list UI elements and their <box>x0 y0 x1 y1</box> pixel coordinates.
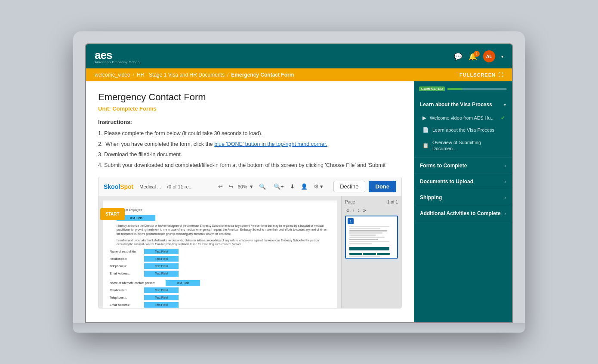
visa-section-header[interactable]: Learn about the Visa Process ▾ <box>414 97 512 112</box>
next-page-button[interactable]: › <box>357 207 361 214</box>
relationship-field-2[interactable]: Text Field <box>144 287 179 293</box>
skoolspot-toolbar: SkoolSpot Medical ... (0 of 11 re... ↩ ↪… <box>99 177 401 196</box>
zoom-out-button[interactable]: 🔍- <box>257 182 269 191</box>
doc-name: Medical ... <box>139 184 161 189</box>
breadcrumb-bar: welcome_video / HR - Stage 1 Visa and HR… <box>86 68 512 81</box>
notifications-icon[interactable]: 🔔 1 <box>469 52 477 61</box>
forms-chevron-icon: › <box>505 163 506 168</box>
avatar[interactable]: AL <box>483 50 495 62</box>
forms-section-header[interactable]: Forms to Complete › <box>414 158 512 173</box>
sidebar-section-shipping: Shipping › <box>414 190 512 205</box>
header-right: 💬 🔔 1 AL ▾ <box>454 50 503 62</box>
page-num: 1 of 1 <box>387 200 398 204</box>
doc-page: START Name of Employee Text Field I here… <box>103 201 337 308</box>
chat-icon[interactable]: 💬 <box>454 52 462 61</box>
shipping-section-title: Shipping <box>420 194 442 201</box>
download-button[interactable]: ⬇ <box>288 182 296 191</box>
prev-page-button[interactable]: ‹ <box>351 207 356 214</box>
breadcrumb-sep-1: / <box>133 72 134 78</box>
play-icon: ▶ <box>422 115 426 121</box>
alternate-contact-field[interactable]: Text Field <box>166 280 200 286</box>
page-nav-buttons: « ‹ › » <box>345 207 398 214</box>
alternate-contact-row: Name of alternate contact person: Text F… <box>110 280 330 286</box>
shipping-chevron-icon: › <box>505 195 506 200</box>
clipboard-icon: 📋 <box>422 142 429 148</box>
sidebar: COMPLETED Learn about the Visa Process ▾ <box>414 81 512 322</box>
avatar-dropdown-icon[interactable]: ▾ <box>501 54 503 59</box>
visa-section-title: Learn about the Visa Process <box>420 102 492 108</box>
docs-section-title: Documents to Upload <box>420 179 473 185</box>
page-thumbnail[interactable]: 1 <box>345 216 398 259</box>
sidebar-section-additional: Additional Activities to Complete › <box>414 206 512 221</box>
telephone-field-2[interactable]: Text Field <box>144 295 179 300</box>
visa-chevron-icon: ▾ <box>504 102 506 107</box>
telephone-row-1: Telephone #: Text Field <box>110 263 330 269</box>
sidebar-section-forms: Forms to Complete › <box>414 158 512 173</box>
relationship-field-1[interactable]: Text Field <box>144 256 179 262</box>
overview-label: Overview of Submitting Documen... <box>432 139 505 152</box>
notification-badge: 1 <box>474 51 480 57</box>
fullscreen-button[interactable]: FULLSCREEN ⛶ <box>459 72 503 77</box>
completed-check-icon: ✔ <box>501 115 505 121</box>
last-page-button[interactable]: » <box>362 207 367 214</box>
sidebar-section-documents: Documents to Upload › <box>414 174 512 189</box>
learn-visa-label: Learn about the Visa Process <box>432 127 505 133</box>
completed-badge: COMPLETED <box>419 86 445 91</box>
page-nav: Page 1 of 1 <box>345 200 398 204</box>
instruction-1: 1. Please complete the form below (it co… <box>98 129 402 139</box>
laptop-base <box>73 323 525 333</box>
additional-chevron-icon: › <box>505 211 506 216</box>
sidebar-item-welcome-video[interactable]: ▶ Welcome video from AES Hu... ✔ <box>414 112 512 124</box>
blue-link[interactable]: blue 'DONE' button in the top-right hand… <box>214 141 327 147</box>
zoom-in-button[interactable]: 🔍+ <box>272 182 286 191</box>
page-panel: Page 1 of 1 « ‹ › » 1 <box>341 196 401 308</box>
start-badge: START <box>100 208 125 220</box>
visa-section-items: ▶ Welcome video from AES Hu... ✔ 📄 Learn… <box>414 112 512 157</box>
viewer-body: START Name of Employee Text Field I here… <box>99 196 401 308</box>
done-button[interactable]: Done <box>369 181 397 192</box>
telephone-row-2: Telephone #: Text Field <box>110 295 330 300</box>
forms-section-title: Forms to Complete <box>420 163 467 169</box>
progress-label-row: COMPLETED <box>419 86 507 91</box>
unit-label: Unit: Complete Forms <box>98 105 402 112</box>
relationship-row-1: Relationship: Text Field <box>110 256 330 262</box>
page-title: Emergency Contact Form <box>98 92 402 103</box>
email-row-1: Email Address: Text Field <box>110 271 330 276</box>
sidebar-item-learn-visa[interactable]: 📄 Learn about the Visa Process <box>414 124 512 136</box>
additional-section-header[interactable]: Additional Activities to Complete › <box>414 206 512 221</box>
instruction-2: 2. When you have completed the form, cli… <box>98 139 402 149</box>
breadcrumb-stage[interactable]: HR - Stage 1 Visa and HR Documents <box>137 72 225 78</box>
shipping-section-header[interactable]: Shipping › <box>414 190 512 205</box>
zoom-dropdown[interactable]: ▾ <box>248 182 255 191</box>
relationship-row-2: Relationship: Text Field <box>110 287 330 293</box>
email-field-2[interactable]: Text Field <box>144 302 179 308</box>
welcome-video-label: Welcome video from AES Hu... <box>430 115 497 121</box>
additional-section-title: Additional Activities to Complete <box>420 210 501 216</box>
zoom-display: 60% ▾ <box>238 182 255 191</box>
toolbar-controls: ↩ ↪ 60% ▾ 🔍- 🔍+ ⬇ 👤 ⚙ ▾ <box>216 182 325 191</box>
person-icon[interactable]: 👤 <box>299 182 309 191</box>
next-of-kin-row: Name of next of kin: Text Field <box>110 249 330 254</box>
instructions-list: 1. Please complete the form below (it co… <box>98 129 402 170</box>
logo-subtitle: American Embassy School <box>95 60 141 64</box>
instruction-3: 3. Download the filled-in document. <box>98 150 402 160</box>
next-of-kin-field[interactable]: Text Field <box>144 249 179 254</box>
fullscreen-icon: ⛶ <box>498 72 503 77</box>
sidebar-item-overview[interactable]: 📋 Overview of Submitting Documen... <box>414 136 512 155</box>
instruction-4: 4. Submit your downloaded and completed/… <box>98 160 402 170</box>
first-page-button[interactable]: « <box>345 207 351 214</box>
doc-icon: 📄 <box>422 127 429 133</box>
breadcrumb-sep-2: / <box>227 72 228 78</box>
undo-button[interactable]: ↩ <box>216 182 225 191</box>
breadcrumb-units[interactable]: welcome_video <box>95 72 130 78</box>
doc-text-block-2: I confirm and undertake that I shall mak… <box>110 238 330 246</box>
settings-icon[interactable]: ⚙ ▾ <box>312 182 325 191</box>
page-thumb-number: 1 <box>348 218 354 224</box>
progress-container: COMPLETED <box>414 86 512 97</box>
email-field-1[interactable]: Text Field <box>144 271 179 276</box>
redo-button[interactable]: ↪ <box>227 182 235 191</box>
app-header: aes American Embassy School 💬 🔔 1 AL ▾ <box>86 44 512 68</box>
docs-section-header[interactable]: Documents to Upload › <box>414 174 512 189</box>
telephone-field-1[interactable]: Text Field <box>144 263 179 269</box>
decline-button[interactable]: Decline <box>333 181 365 192</box>
